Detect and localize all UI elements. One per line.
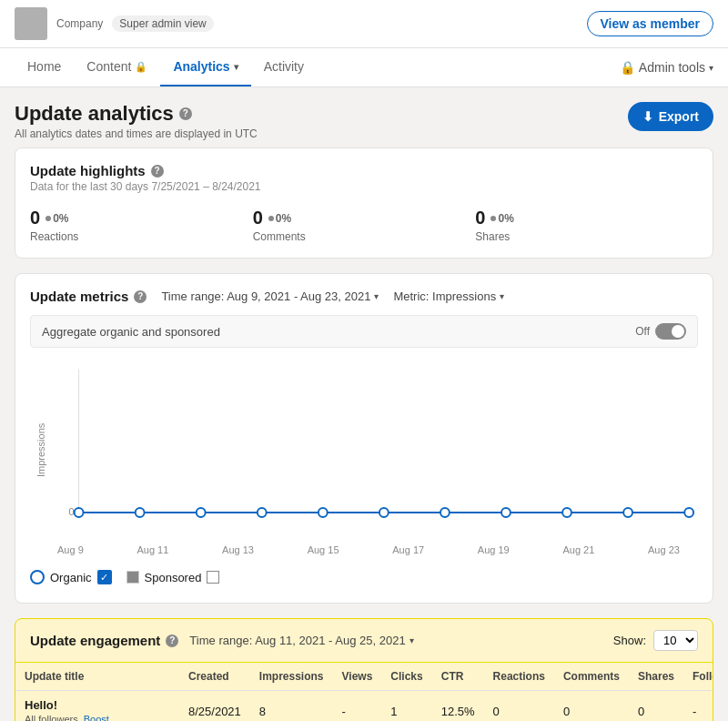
th-reactions: Reactions [484, 663, 554, 691]
x-label-aug9: Aug 9 [57, 544, 84, 555]
dot-icon [268, 216, 274, 221]
svg-point-8 [318, 508, 328, 517]
stat-reactions-value: 0 0% [30, 208, 253, 228]
engagement-title: Update engagement ? [30, 633, 178, 648]
time-range-dropdown[interactable]: Time range: Aug 9, 2021 - Aug 23, 2021 ▾ [161, 289, 379, 303]
update-title-link[interactable]: Hello! [25, 698, 170, 712]
page-subtitle: All analytics dates and times are displa… [15, 127, 258, 140]
aggregate-toggle[interactable]: Off [635, 323, 686, 340]
td-follows: - [683, 691, 713, 722]
nav-item-home[interactable]: Home [15, 48, 74, 86]
page-title-help-icon[interactable]: ? [179, 107, 192, 120]
th-created: Created [179, 663, 250, 691]
svg-point-13 [623, 508, 632, 517]
svg-point-6 [197, 508, 206, 517]
stat-reactions-label: Reactions [30, 230, 253, 243]
sponsored-checkbox[interactable] [207, 571, 219, 584]
stat-reactions: 0 0% Reactions [30, 208, 253, 243]
show-select[interactable]: 10 25 50 [653, 630, 698, 651]
metric-dropdown[interactable]: Metric: Impressions ▾ [393, 289, 504, 303]
stat-shares-label: Shares [475, 230, 698, 243]
svg-point-11 [501, 508, 511, 517]
company-logo [15, 7, 47, 40]
td-reactions: 0 [484, 691, 554, 722]
engagement-time-range-chevron-icon: ▾ [410, 635, 414, 645]
svg-point-9 [379, 508, 389, 517]
td-clicks: 1 [381, 691, 431, 722]
super-admin-badge: Super admin view [112, 15, 213, 32]
toggle-switch[interactable] [655, 323, 686, 340]
update-tags: All followers Boost [25, 714, 170, 721]
stat-comments-value: 0 0% [253, 208, 476, 228]
x-label-aug11: Aug 11 [136, 544, 168, 555]
metrics-title: Update metrics ? [30, 289, 147, 304]
nav-home-label: Home [27, 59, 61, 74]
legend-sponsored: Sponsored [126, 571, 220, 584]
stat-comments: 0 0% Comments [253, 208, 476, 243]
td-impressions: 8 [250, 691, 333, 722]
lock-icon-admin: 🔒 [620, 60, 635, 75]
th-update-title: Update title [15, 663, 179, 691]
td-update-title: Hello! All followers Boost [15, 691, 179, 722]
organic-legend-circle [30, 570, 45, 584]
highlights-card: Update highlights ? Data for the last 30… [15, 147, 713, 259]
page-title-section: Update analytics ? All analytics dates a… [15, 102, 258, 140]
td-comments: 0 [554, 691, 629, 722]
highlights-title: Update highlights ? [30, 163, 698, 178]
metrics-help-icon[interactable]: ? [134, 290, 147, 303]
organic-legend-label: Organic [50, 571, 92, 584]
x-label-aug19: Aug 19 [478, 544, 510, 555]
engagement-table: Update title Created Impressions Views C… [15, 663, 713, 721]
tag-boost: Boost [84, 714, 109, 721]
highlights-date-range: Data for the last 30 days 7/25/2021 – 8/… [30, 180, 698, 193]
export-button[interactable]: ⬇ Export [628, 102, 713, 131]
admin-tools-label: Admin tools [639, 60, 705, 75]
navigation: Home Content 🔒 Analytics ▾ Activity 🔒 Ad… [0, 48, 728, 87]
time-range-chevron-icon: ▾ [374, 291, 379, 301]
engagement-time-range-dropdown[interactable]: Time range: Aug 11, 2021 - Aug 25, 2021 … [189, 634, 413, 647]
svg-point-7 [258, 508, 267, 517]
th-comments: Comments [554, 663, 629, 691]
highlights-help-icon[interactable]: ? [151, 165, 164, 178]
svg-point-4 [75, 508, 84, 517]
nav-activity-label: Activity [264, 59, 304, 74]
svg-point-14 [684, 508, 693, 517]
y-axis-label: Impressions [30, 359, 52, 541]
metric-chevron-icon: ▾ [500, 291, 504, 301]
dot-icon [490, 216, 496, 221]
x-axis-labels: Aug 9 Aug 11 Aug 13 Aug 15 Aug 17 Aug 19… [30, 544, 698, 555]
nav-item-analytics[interactable]: Analytics ▾ [160, 48, 250, 86]
table-row: Hello! All followers Boost 8/25/2021 8 -… [15, 691, 713, 722]
stat-comments-label: Comments [253, 230, 476, 243]
svg-point-12 [562, 508, 571, 517]
top-bar: Company Super admin view View as member [0, 0, 728, 48]
th-ctr: CTR [432, 663, 484, 691]
stat-shares: 0 0% Shares [475, 208, 698, 243]
aggregate-row: Aggregate organic and sponsored Off [30, 315, 698, 348]
nav-item-activity[interactable]: Activity [251, 48, 317, 86]
admin-tools-chevron-icon: ▾ [709, 63, 713, 73]
nav-item-content[interactable]: Content 🔒 [74, 48, 160, 86]
admin-tools-dropdown[interactable]: 🔒 Admin tools ▾ [620, 60, 713, 75]
page-header: Update analytics ? All analytics dates a… [0, 87, 728, 147]
metrics-card: Update metrics ? Time range: Aug 9, 2021… [15, 273, 713, 604]
x-label-aug13: Aug 13 [222, 544, 254, 555]
engagement-table-wrapper: Update title Created Impressions Views C… [15, 663, 713, 721]
page-title: Update analytics ? [15, 102, 258, 126]
td-created: 8/25/2021 [179, 691, 250, 722]
engagement-help-icon[interactable]: ? [166, 635, 178, 647]
nav-left: Home Content 🔒 Analytics ▾ Activity [15, 48, 317, 86]
svg-point-5 [136, 508, 145, 517]
td-shares: 0 [629, 691, 683, 722]
th-follows: Follows [683, 663, 713, 691]
engagement-section: Update engagement ? Time range: Aug 11, … [15, 618, 713, 721]
x-label-aug17: Aug 17 [392, 544, 424, 555]
nav-content-label: Content [86, 59, 131, 74]
dot-icon [46, 216, 51, 221]
export-download-icon: ⬇ [642, 109, 653, 124]
analytics-chevron-icon: ▾ [234, 62, 238, 72]
engagement-header: Update engagement ? Time range: Aug 11, … [15, 619, 713, 663]
show-control: Show: 10 25 50 [613, 630, 698, 651]
view-as-member-button[interactable]: View as member [587, 11, 713, 36]
metrics-header: Update metrics ? Time range: Aug 9, 2021… [30, 289, 698, 304]
